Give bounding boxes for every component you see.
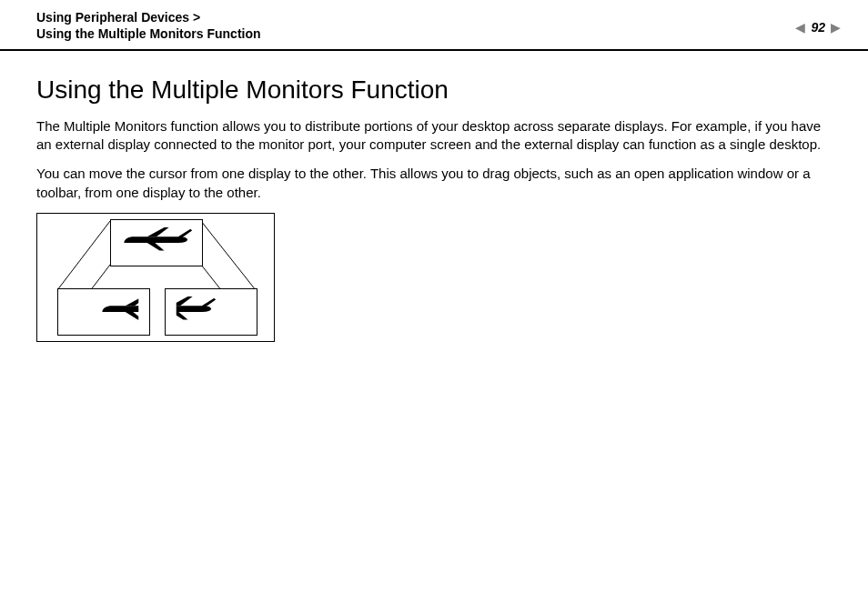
page-header: Using Peripheral Devices > Using the Mul… xyxy=(0,0,868,51)
page-title: Using the Multiple Monitors Function xyxy=(36,76,832,105)
page-number: 92 xyxy=(811,20,825,35)
breadcrumb-line-2: Using the Multiple Monitors Function xyxy=(36,26,261,41)
prev-page-icon[interactable]: ◀ xyxy=(795,20,805,35)
display-combined xyxy=(110,219,203,266)
display-right xyxy=(165,288,257,336)
page-content: Using the Multiple Monitors Function The… xyxy=(0,51,868,342)
svg-line-2 xyxy=(201,221,256,290)
airplane-full-icon xyxy=(116,227,197,258)
svg-line-0 xyxy=(57,221,110,290)
display-left xyxy=(57,288,150,336)
breadcrumb: Using Peripheral Devices > Using the Mul… xyxy=(36,9,832,42)
intro-paragraph-1: The Multiple Monitors function allows yo… xyxy=(36,117,832,155)
document-page: Using Peripheral Devices > Using the Mul… xyxy=(0,0,868,613)
airplane-tail-half-icon xyxy=(170,296,252,327)
intro-paragraph-2: You can move the cursor from one display… xyxy=(36,165,832,202)
breadcrumb-line-1: Using Peripheral Devices > xyxy=(36,10,200,25)
multiple-monitors-figure xyxy=(36,213,275,342)
page-navigator: ◀ 92 ▶ xyxy=(795,20,841,35)
next-page-icon[interactable]: ▶ xyxy=(831,20,841,35)
airplane-front-half-icon xyxy=(63,296,145,327)
header-divider xyxy=(0,49,868,51)
